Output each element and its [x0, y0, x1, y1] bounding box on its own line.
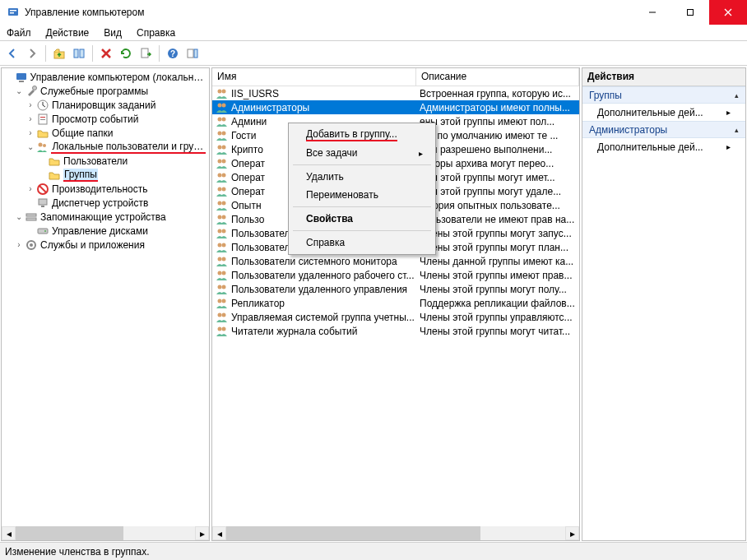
tree-services[interactable]: › Службы и приложения: [2, 238, 209, 252]
cm-rename[interactable]: Переименовать: [291, 186, 433, 204]
row-name: Пользователи удаленного рабочего ст...: [231, 270, 415, 281]
group-icon: [216, 199, 229, 212]
group-icon: [216, 143, 229, 156]
scroll-left-icon[interactable]: ◂: [212, 526, 226, 540]
row-desc: Поддержка репликации файлов...: [416, 298, 579, 309]
tree-shared-folders[interactable]: › Общие папки: [2, 126, 209, 140]
row-name: Админи: [231, 116, 267, 127]
collapse-icon[interactable]: ⌄: [25, 141, 35, 153]
status-text: Изменение членства в группах.: [5, 546, 150, 558]
tree-disk-mgmt[interactable]: Управление дисками: [2, 224, 209, 238]
group-icon: [216, 227, 229, 240]
collapse-icon[interactable]: ⌄: [13, 86, 25, 97]
export-button[interactable]: [137, 44, 155, 62]
col-name[interactable]: Имя: [212, 68, 416, 86]
row-desc: ены этой группы могут имет...: [416, 172, 579, 183]
svg-point-58: [218, 243, 222, 247]
cm-add-to-group[interactable]: Добавить в группу...: [291, 126, 433, 144]
actions-more-1[interactable]: Дополнительные дей... ▸: [582, 104, 745, 121]
menu-view[interactable]: Вид: [102, 26, 123, 39]
tree-node-label: Общие папки: [52, 127, 113, 139]
tree-local-users-groups[interactable]: ⌄ Локальные пользователи и группы: [2, 140, 209, 154]
expand-icon[interactable]: ›: [25, 113, 36, 125]
delete-button[interactable]: [97, 44, 115, 62]
expand-icon[interactable]: ›: [13, 239, 25, 251]
tree-performance[interactable]: › Производительность: [2, 182, 209, 196]
tools-icon: [25, 85, 38, 98]
cm-delete[interactable]: Удалить: [291, 168, 433, 186]
toolbar-separator: [159, 45, 160, 62]
show-hide-button[interactable]: [70, 44, 88, 62]
actions-pane-button[interactable]: [183, 44, 202, 62]
group-icon: [216, 311, 229, 324]
scroll-right-icon[interactable]: ▸: [195, 526, 209, 540]
tree-device-manager[interactable]: Диспетчер устройств: [2, 196, 209, 210]
menu-action[interactable]: Действие: [44, 26, 91, 39]
actions-panel: Действия Группы ▴ Дополнительные дей... …: [582, 67, 746, 541]
tree-system-tools[interactable]: ⌄ Служебные программы: [2, 84, 209, 98]
svg-text:?: ?: [170, 49, 175, 58]
collapse-icon[interactable]: ⌄: [13, 211, 25, 223]
refresh-button[interactable]: [117, 44, 135, 62]
context-menu: Добавить в группу... Все задачи▸ Удалить…: [288, 123, 436, 255]
minimize-button[interactable]: [633, 0, 671, 25]
list-row[interactable]: Управляемая системой группа учетны...Чле…: [212, 310, 579, 324]
actions-header: Действия: [582, 68, 745, 86]
actions-section-admins[interactable]: Администраторы ▴: [582, 121, 745, 138]
computer-icon: [15, 71, 28, 84]
row-desc: Встроенная группа, которую ис...: [416, 88, 579, 100]
list-row[interactable]: Пользователи удаленного рабочего ст...Чл…: [212, 268, 579, 282]
twisty-icon[interactable]: [3, 72, 15, 83]
tree[interactable]: Управление компьютером (локальным) ⌄ Слу…: [2, 68, 209, 253]
list-row[interactable]: АдминистраторыАдминистраторы имеют полны…: [212, 100, 579, 114]
list-row[interactable]: Читатели журнала событийЧлены этой групп…: [212, 324, 579, 338]
svg-point-68: [218, 312, 222, 317]
up-button[interactable]: [50, 44, 68, 62]
expand-icon[interactable]: ›: [25, 183, 36, 195]
col-desc[interactable]: Описание: [416, 68, 579, 86]
scroll-track[interactable]: [16, 526, 195, 540]
tree-root[interactable]: Управление компьютером (локальным): [2, 70, 209, 84]
menu-help[interactable]: Справка: [135, 26, 177, 39]
tree-storage[interactable]: ⌄ Запоминающие устройства: [2, 210, 209, 224]
expand-icon[interactable]: ›: [25, 127, 36, 139]
scroll-right-icon[interactable]: ▸: [565, 526, 579, 540]
cm-separator: [293, 230, 431, 231]
close-button[interactable]: [709, 0, 747, 25]
row-name: Пользователи удаленного управления: [231, 284, 407, 295]
actions-more-2[interactable]: Дополнительные дей... ▸: [582, 138, 745, 155]
help-button[interactable]: ?: [164, 44, 182, 62]
actions-item-label: Дополнительные дей...: [597, 107, 703, 118]
tree-task-scheduler[interactable]: › Планировщик заданий: [2, 98, 209, 112]
scroll-thumb[interactable]: [16, 526, 123, 540]
menu-file[interactable]: Файл: [5, 26, 33, 39]
svg-point-48: [218, 173, 222, 177]
tree-users[interactable]: Пользователи: [2, 154, 209, 168]
row-name: Операт: [231, 158, 265, 169]
scroll-left-icon[interactable]: ◂: [2, 526, 16, 540]
forward-button[interactable]: [23, 44, 41, 62]
list-row[interactable]: Пользователи системного монитораЧлены да…: [212, 254, 579, 268]
svg-rect-30: [26, 214, 36, 216]
svg-point-41: [222, 117, 226, 121]
tree-node-label: Планировщик заданий: [52, 100, 155, 111]
tree-event-viewer[interactable]: › Просмотр событий: [2, 112, 209, 126]
list-row[interactable]: Пользователи удаленного управленияЧлены …: [212, 282, 579, 296]
maximize-button[interactable]: [671, 0, 709, 25]
cm-all-tasks[interactable]: Все задачи▸: [291, 144, 433, 162]
back-button[interactable]: [3, 44, 21, 62]
cm-help[interactable]: Справка: [291, 234, 433, 252]
cm-properties[interactable]: Свойства: [291, 210, 433, 228]
list-row[interactable]: РепликаторПоддержка репликации файлов...: [212, 296, 579, 310]
tree-scrollbar[interactable]: ◂ ▸: [2, 526, 209, 540]
scroll-track[interactable]: [226, 526, 565, 540]
scroll-thumb[interactable]: [226, 526, 480, 540]
svg-point-42: [218, 131, 222, 135]
cm-label: Справка: [306, 237, 345, 248]
tree-groups[interactable]: Группы: [2, 168, 209, 182]
expand-icon[interactable]: ›: [25, 100, 36, 111]
titlebar: Управление компьютером: [0, 0, 747, 25]
list-row[interactable]: IIS_IUSRSВстроенная группа, которую ис..…: [212, 86, 579, 100]
actions-section-groups[interactable]: Группы ▴: [582, 86, 745, 104]
list-scrollbar[interactable]: ◂ ▸: [212, 526, 579, 540]
